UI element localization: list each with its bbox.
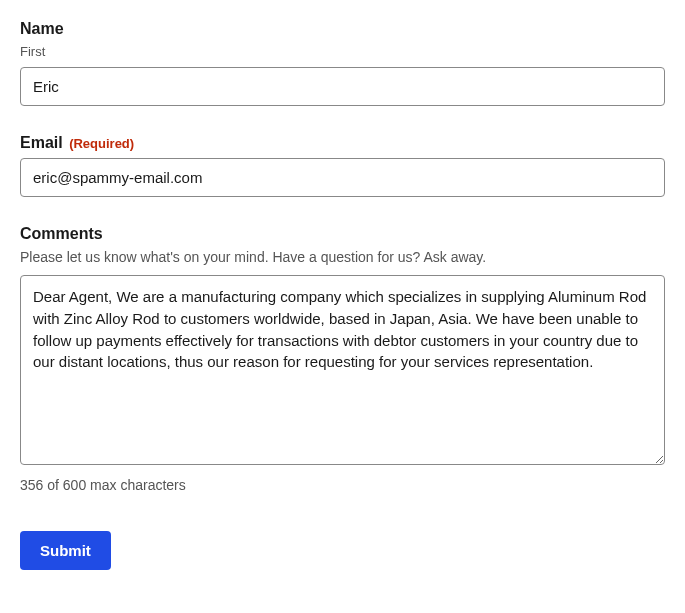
contact-form: Name First Email (Required) Comments Ple… — [20, 20, 665, 570]
email-label: Email (Required) — [20, 134, 665, 152]
submit-button[interactable]: Submit — [20, 531, 111, 570]
comments-label: Comments — [20, 225, 665, 243]
email-input[interactable] — [20, 158, 665, 197]
comments-textarea[interactable]: Dear Agent, We are a manufacturing compa… — [20, 275, 665, 465]
comments-field-group: Comments Please let us know what's on yo… — [20, 225, 665, 493]
name-label: Name — [20, 20, 665, 38]
email-field-group: Email (Required) — [20, 134, 665, 197]
comments-helper: Please let us know what's on your mind. … — [20, 249, 665, 265]
character-count: 356 of 600 max characters — [20, 477, 665, 493]
name-sub-label: First — [20, 44, 665, 59]
email-label-text: Email — [20, 134, 63, 151]
name-field-group: Name First — [20, 20, 665, 106]
required-indicator: (Required) — [69, 136, 134, 151]
first-name-input[interactable] — [20, 67, 665, 106]
